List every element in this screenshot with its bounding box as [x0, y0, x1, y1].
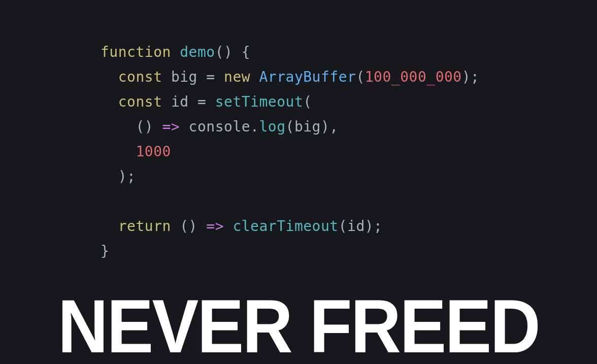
code-token: return	[118, 218, 180, 235]
code-token: new	[224, 69, 259, 85]
code-token: big	[171, 69, 197, 85]
code-token: );	[462, 69, 480, 85]
code-token: id	[347, 218, 365, 235]
code-token: 100_000_000	[365, 69, 462, 85]
code-token: const	[118, 93, 171, 110]
code-line: }	[101, 239, 479, 263]
code-token: .	[250, 118, 259, 135]
code-token: (	[356, 69, 364, 85]
code-token: (	[286, 118, 294, 135]
code-token	[189, 93, 197, 110]
code-token: }	[101, 243, 109, 259]
code-token: =>	[162, 118, 180, 135]
code-token: () {	[215, 44, 250, 60]
code-token: ()	[136, 118, 162, 135]
code-snippet: function demo() { const big = new ArrayB…	[101, 40, 479, 263]
code-token: demo	[180, 44, 215, 60]
code-line: );	[101, 164, 479, 189]
code-token: );	[365, 218, 383, 235]
code-token: log	[259, 118, 285, 135]
code-token: (	[303, 93, 312, 110]
code-token: function	[101, 44, 180, 60]
code-token: ()	[180, 218, 206, 235]
code-token: );	[118, 168, 136, 185]
code-token: setTimeout	[215, 93, 304, 110]
code-token: id	[171, 93, 189, 110]
code-line: const big = new ArrayBuffer(100_000_000)…	[101, 64, 479, 89]
code-token: =	[206, 69, 215, 85]
code-token: big	[294, 118, 321, 135]
code-token	[206, 93, 215, 110]
code-token: 1000	[136, 143, 171, 160]
code-token	[197, 69, 206, 85]
code-token	[215, 69, 224, 85]
code-line: () => console.log(big),	[101, 114, 479, 139]
code-line: const id = setTimeout(	[101, 89, 479, 114]
code-token: clearTimeout	[233, 218, 338, 235]
code-token: const	[118, 69, 171, 85]
code-line: function demo() {	[101, 40, 479, 64]
code-line: 1000	[101, 139, 479, 164]
code-line: return () => clearTimeout(id);	[101, 214, 479, 239]
code-token	[224, 218, 233, 235]
code-token: =	[197, 93, 206, 110]
code-token: ),	[321, 118, 339, 135]
code-token: =>	[206, 218, 224, 235]
code-token	[180, 118, 188, 135]
code-token: ArrayBuffer	[259, 69, 356, 85]
code-token: (	[339, 218, 347, 235]
caption-text: NEVER FREED	[21, 289, 576, 364]
code-line	[101, 189, 479, 214]
code-token: console	[189, 118, 251, 135]
